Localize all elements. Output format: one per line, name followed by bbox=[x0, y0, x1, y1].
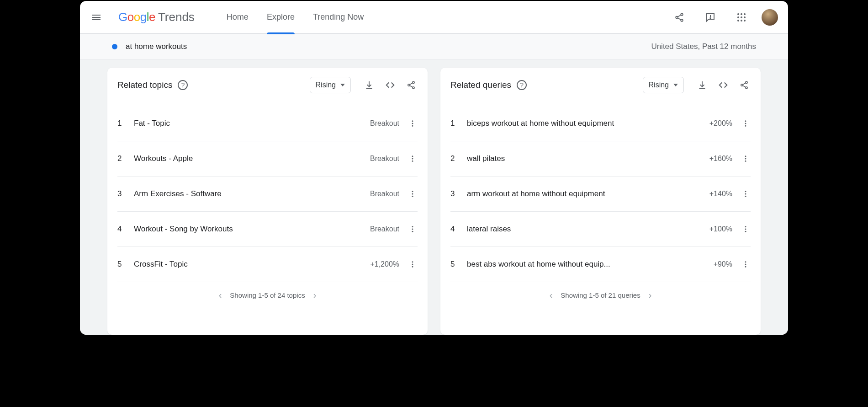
next-page-button[interactable]: › bbox=[313, 290, 317, 300]
prev-page-button[interactable]: ‹ bbox=[550, 290, 553, 300]
more-vert-icon bbox=[741, 190, 750, 198]
share-panel-button[interactable] bbox=[405, 79, 418, 91]
svg-point-34 bbox=[412, 264, 413, 265]
sort-select[interactable]: Rising bbox=[310, 77, 351, 93]
more-vert-icon bbox=[741, 260, 750, 268]
svg-point-41 bbox=[745, 120, 746, 122]
more-button[interactable] bbox=[741, 119, 751, 128]
more-button[interactable] bbox=[408, 260, 418, 268]
share-panel-button[interactable] bbox=[738, 79, 751, 91]
svg-point-31 bbox=[412, 229, 413, 230]
item-metric: +140% bbox=[709, 190, 732, 198]
item-label: CrossFit - Topic bbox=[134, 260, 362, 269]
list-item[interactable]: 4 lateral raises +100% bbox=[450, 212, 751, 247]
pager-label: Showing 1-5 of 21 queries bbox=[561, 291, 640, 299]
chevron-down-icon bbox=[340, 84, 345, 86]
svg-point-15 bbox=[744, 20, 746, 21]
nav-trending-now[interactable]: Trending Now bbox=[313, 1, 364, 34]
list-item[interactable]: 1 biceps workout at home without equipme… bbox=[450, 106, 751, 141]
svg-point-11 bbox=[741, 16, 742, 18]
item-metric: Breakout bbox=[370, 225, 399, 233]
item-label: wall pilates bbox=[467, 154, 701, 163]
embed-button[interactable] bbox=[717, 79, 730, 91]
item-label: arm workout at home without equipment bbox=[467, 189, 701, 198]
list-item[interactable]: 4 Workout - Song by Workouts Breakout bbox=[117, 212, 418, 247]
svg-point-9 bbox=[744, 13, 746, 15]
embed-button[interactable] bbox=[384, 79, 397, 91]
list-item[interactable]: 3 arm workout at home without equipment … bbox=[450, 177, 751, 212]
logo[interactable]: Google Trends bbox=[118, 10, 195, 24]
item-label: Fat - Topic bbox=[134, 119, 362, 128]
rank: 1 bbox=[117, 119, 126, 128]
nav-home[interactable]: Home bbox=[227, 1, 249, 34]
svg-point-2 bbox=[681, 19, 683, 21]
list-item[interactable]: 1 Fat - Topic Breakout bbox=[117, 106, 418, 141]
svg-line-40 bbox=[743, 86, 746, 87]
more-button[interactable] bbox=[741, 190, 751, 198]
item-metric: +1,200% bbox=[370, 260, 399, 268]
more-button[interactable] bbox=[741, 225, 751, 233]
more-button[interactable] bbox=[408, 155, 418, 163]
svg-point-22 bbox=[412, 123, 413, 124]
svg-point-14 bbox=[741, 20, 742, 21]
svg-point-38 bbox=[746, 87, 747, 89]
next-page-button[interactable]: › bbox=[649, 290, 652, 300]
share-button[interactable] bbox=[668, 6, 690, 28]
rank: 5 bbox=[117, 260, 126, 269]
svg-point-46 bbox=[745, 161, 746, 162]
more-vert-icon bbox=[408, 155, 417, 163]
download-button[interactable] bbox=[696, 79, 709, 91]
svg-point-49 bbox=[745, 196, 746, 197]
pager: ‹ Showing 1-5 of 21 queries › bbox=[450, 282, 751, 308]
download-icon bbox=[697, 80, 707, 90]
more-vert-icon bbox=[741, 119, 750, 128]
more-vert-icon bbox=[741, 225, 750, 233]
more-vert-icon bbox=[408, 225, 417, 233]
svg-point-52 bbox=[745, 231, 746, 232]
share-icon bbox=[674, 12, 684, 22]
svg-line-3 bbox=[678, 15, 681, 16]
item-label: Arm Exercises - Software bbox=[134, 189, 362, 198]
apps-button[interactable] bbox=[730, 6, 752, 28]
list-item[interactable]: 5 best abs workout at home without equip… bbox=[450, 247, 751, 282]
item-metric: Breakout bbox=[370, 190, 399, 198]
more-button[interactable] bbox=[408, 190, 418, 198]
sort-label: Rising bbox=[649, 81, 669, 89]
sort-select[interactable]: Rising bbox=[643, 77, 684, 93]
item-metric: +160% bbox=[709, 155, 732, 163]
help-icon[interactable]: ? bbox=[178, 80, 188, 90]
svg-point-44 bbox=[745, 155, 746, 157]
svg-point-48 bbox=[745, 193, 746, 195]
prev-page-button[interactable]: ‹ bbox=[219, 290, 222, 300]
context-bar: at home workouts United States, Past 12 … bbox=[80, 34, 788, 59]
scope-label: United States, Past 12 months bbox=[651, 42, 756, 51]
more-button[interactable] bbox=[408, 119, 418, 128]
menu-button[interactable] bbox=[85, 6, 107, 28]
rank: 4 bbox=[117, 225, 126, 234]
card-title: Related queries bbox=[450, 80, 511, 90]
item-metric: +90% bbox=[714, 260, 732, 268]
feedback-button[interactable] bbox=[699, 6, 721, 28]
list-item[interactable]: 5 CrossFit - Topic +1,200% bbox=[117, 247, 418, 282]
svg-point-29 bbox=[412, 196, 413, 197]
topics-list: 1 Fat - Topic Breakout 2 Workouts - Appl… bbox=[117, 106, 418, 282]
help-icon[interactable]: ? bbox=[517, 80, 527, 90]
more-button[interactable] bbox=[408, 225, 418, 233]
account-avatar[interactable] bbox=[762, 9, 778, 26]
nav-explore[interactable]: Explore bbox=[267, 1, 295, 34]
list-item[interactable]: 2 wall pilates +160% bbox=[450, 141, 751, 177]
svg-point-32 bbox=[412, 231, 413, 232]
code-icon bbox=[718, 80, 729, 90]
rank: 1 bbox=[450, 119, 459, 128]
svg-point-53 bbox=[745, 261, 746, 262]
svg-point-16 bbox=[413, 81, 414, 83]
svg-point-12 bbox=[744, 16, 746, 18]
list-item[interactable]: 2 Workouts - Apple Breakout bbox=[117, 141, 418, 177]
list-item[interactable]: 3 Arm Exercises - Software Breakout bbox=[117, 177, 418, 212]
item-metric: +200% bbox=[709, 119, 732, 128]
download-button[interactable] bbox=[363, 79, 376, 91]
more-button[interactable] bbox=[741, 155, 751, 163]
main-nav: Home Explore Trending Now bbox=[227, 1, 364, 34]
card-title: Related topics bbox=[117, 80, 172, 90]
more-button[interactable] bbox=[741, 260, 751, 268]
